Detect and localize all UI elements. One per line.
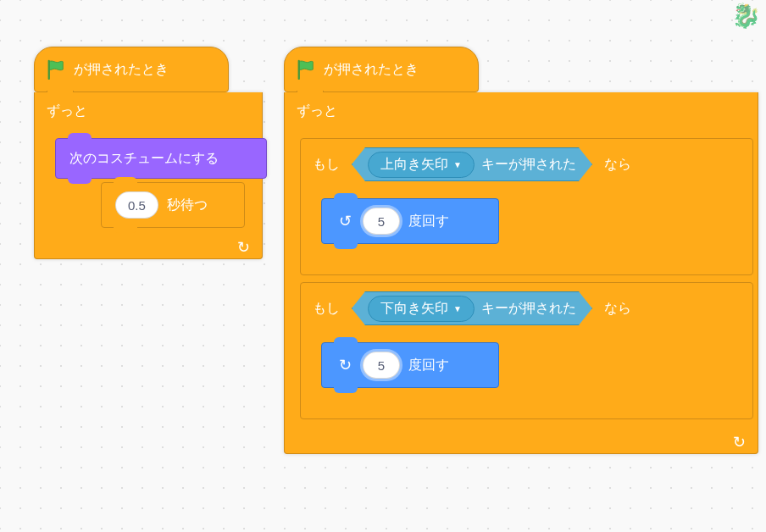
when-flag-clicked-hat-2[interactable]: が押されたとき xyxy=(284,47,479,92)
key-down-label: 下向き矢印 xyxy=(380,300,448,318)
wait-seconds-input[interactable]: 0.5 xyxy=(115,191,158,219)
turn-suffix: 度回す xyxy=(408,213,449,230)
key-pressed-suffix: キーが押された xyxy=(481,156,576,174)
forever-foot xyxy=(285,428,758,453)
if-block-up[interactable]: もし 上向き矢印 ▼ キーが押された なら ↺ 5 度回す xyxy=(300,138,753,275)
green-flag-icon xyxy=(297,59,315,80)
dropdown-arrow-icon: ▼ xyxy=(453,160,462,169)
turn-cw-degrees-input[interactable]: 5 xyxy=(363,352,400,379)
if-foot xyxy=(301,393,752,418)
turn-ccw-icon: ↺ xyxy=(336,212,354,230)
dropdown-arrow-icon: ▼ xyxy=(453,304,462,313)
hat-label: が押されたとき xyxy=(74,61,169,79)
forever-label: ずっと xyxy=(297,103,337,120)
if-block-down[interactable]: もし 下向き矢印 ▼ キーが押された なら ↻ 5 度回す xyxy=(300,282,753,419)
key-pressed-sensing-up[interactable]: 上向き矢印 ▼ キーが押された xyxy=(352,147,592,181)
hat-label: が押されたとき xyxy=(324,61,419,79)
green-flag-icon xyxy=(47,59,65,80)
key-pressed-sensing-down[interactable]: 下向き矢印 ▼ キーが押された xyxy=(352,291,592,325)
script-stack-2[interactable]: が押されたとき ずっと もし 上向き矢印 ▼ キーが押された なら xyxy=(284,47,758,454)
if-label: もし xyxy=(313,300,340,318)
forever-block[interactable]: ずっと 次のコスチュームにする 0.5 秒待つ xyxy=(34,92,263,259)
key-dropdown-up[interactable]: 上向き矢印 ▼ xyxy=(368,152,475,178)
next-costume-label: 次のコスチュームにする xyxy=(69,150,219,168)
next-costume-block[interactable]: 次のコスチュームにする xyxy=(55,138,267,179)
when-flag-clicked-hat[interactable]: が押されたとき xyxy=(34,47,229,92)
forever-block-2[interactable]: ずっと もし 上向き矢印 ▼ キーが押された なら xyxy=(284,92,758,454)
turn-ccw-block[interactable]: ↺ 5 度回す xyxy=(321,198,499,244)
script-stack-1[interactable]: が押されたとき ずっと 次のコスチュームにする 0.5 秒待つ xyxy=(34,47,263,259)
turn-ccw-degrees-input[interactable]: 5 xyxy=(363,208,400,235)
turn-suffix: 度回す xyxy=(408,357,449,374)
wait-suffix: 秒待つ xyxy=(167,197,208,214)
turn-cw-icon: ↻ xyxy=(336,356,354,374)
key-dropdown-down[interactable]: 下向き矢印 ▼ xyxy=(368,296,475,322)
then-label: なら xyxy=(604,300,631,318)
wait-block[interactable]: 0.5 秒待つ xyxy=(101,182,245,228)
then-label: なら xyxy=(604,156,631,174)
if-label: もし xyxy=(313,156,340,174)
if-foot xyxy=(301,249,752,274)
key-pressed-suffix: キーが押された xyxy=(481,300,576,318)
sprite-thumbnail: 🐉 xyxy=(731,2,761,30)
key-up-label: 上向き矢印 xyxy=(380,156,448,174)
forever-label: ずっと xyxy=(47,103,87,120)
turn-cw-block[interactable]: ↻ 5 度回す xyxy=(321,342,499,388)
forever-foot xyxy=(35,233,262,258)
